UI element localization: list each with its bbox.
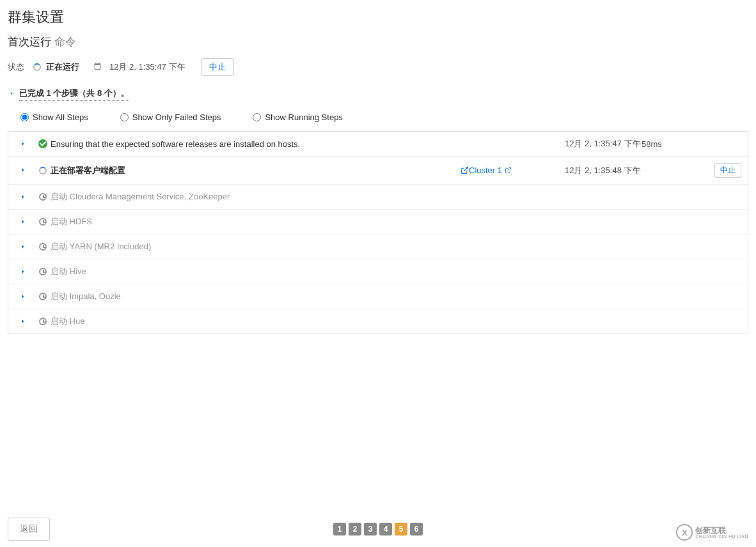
chevron-down-icon[interactable] — [8, 89, 15, 99]
footer: 返回 1 2 3 4 5 6 X 创新互联 CHUANG XIN HU LIAN — [8, 518, 748, 541]
step-row: 正在部署客户端配置 Cluster 1 12月 2, 1:35:48 下午 中止 — [8, 156, 748, 184]
filter-failed[interactable]: Show Only Failed Steps — [120, 112, 221, 122]
step-timestamp: 12月 2, 1:35:47 下午 — [565, 138, 642, 150]
filter-all-radio[interactable] — [20, 113, 29, 121]
clock-icon — [35, 243, 51, 250]
svg-line-0 — [464, 167, 468, 171]
step-desc: 启动 HDFS — [51, 216, 392, 227]
clock-icon — [35, 193, 51, 201]
page-3[interactable]: 3 — [364, 523, 377, 535]
chevron-right-icon[interactable] — [20, 317, 35, 327]
abort-button[interactable]: 中止 — [201, 58, 234, 76]
brand-logo: X 创新互联 CHUANG XIN HU LIAN — [676, 524, 748, 541]
spinner-icon — [33, 63, 41, 71]
clock-icon — [35, 293, 51, 300]
step-abort-button[interactable]: 中止 — [714, 163, 741, 178]
status-line: 状态 正在运行 12月 2, 1:35:47 下午 中止 — [8, 58, 748, 76]
page-1[interactable]: 1 — [333, 523, 346, 535]
cluster-link[interactable]: Cluster 1 — [469, 166, 512, 175]
filter-running-radio[interactable] — [253, 113, 261, 121]
check-icon — [35, 139, 51, 148]
chevron-right-icon[interactable] — [20, 166, 35, 175]
chevron-right-icon[interactable] — [20, 292, 35, 302]
filter-all[interactable]: Show All Steps — [20, 112, 88, 122]
clock-icon — [35, 318, 51, 325]
summary-text: 已完成 1 个步骤（共 8 个）。 — [19, 88, 129, 101]
svg-line-1 — [508, 167, 511, 171]
step-desc: Ensuring that the expected software rele… — [51, 139, 392, 149]
page-title: 群集设置 — [8, 8, 748, 27]
filter-failed-label: Show Only Failed Steps — [132, 112, 221, 122]
filter-all-label: Show All Steps — [33, 112, 88, 122]
status-label: 状态 — [8, 61, 24, 73]
step-row: 启动 HDFS — [8, 209, 748, 234]
page-2[interactable]: 2 — [349, 523, 361, 535]
chevron-right-icon[interactable] — [20, 267, 35, 277]
step-desc: 启动 YARN (MR2 Included) — [51, 241, 392, 252]
steps-list: Ensuring that the expected software rele… — [8, 131, 748, 334]
chevron-right-icon[interactable] — [20, 217, 35, 227]
step-row: Ensuring that the expected software rele… — [8, 132, 748, 156]
filter-running[interactable]: Show Running Steps — [253, 112, 342, 122]
external-link-icon[interactable] — [461, 166, 469, 174]
cluster-link-text: Cluster 1 — [469, 166, 502, 175]
brand-logo-icon: X — [676, 524, 693, 541]
brand-logo-text: 创新互联 — [695, 527, 748, 534]
step-desc: 启动 Cloudera Management Service, ZooKeepe… — [51, 191, 392, 203]
spinner-icon — [35, 167, 51, 174]
step-row: 启动 Hive — [8, 259, 748, 284]
page-6[interactable]: 6 — [410, 523, 423, 535]
clock-icon — [35, 218, 51, 226]
subtitle: 首次运行 命令 — [8, 35, 748, 49]
subtitle-main: 首次运行 — [8, 36, 51, 48]
chevron-right-icon[interactable] — [20, 192, 35, 202]
step-row: 启动 Impala, Oozie — [8, 284, 748, 309]
chevron-right-icon[interactable] — [20, 139, 35, 149]
filter-failed-radio[interactable] — [120, 113, 129, 121]
filter-running-label: Show Running Steps — [265, 112, 342, 122]
step-desc: 正在部署客户端配置 — [51, 165, 392, 176]
calendar-icon — [93, 62, 102, 72]
pager: 1 2 3 4 5 6 — [333, 523, 423, 535]
step-row: 启动 YARN (MR2 Included) — [8, 234, 748, 259]
back-button[interactable]: 返回 — [8, 518, 50, 541]
page-5[interactable]: 5 — [395, 523, 407, 535]
subtitle-suffix: 命令 — [54, 36, 76, 48]
clock-icon — [35, 268, 51, 275]
step-desc: 启动 Hive — [51, 266, 392, 277]
step-desc: 启动 Impala, Oozie — [51, 291, 392, 302]
filter-row: Show All Steps Show Only Failed Steps Sh… — [8, 112, 748, 131]
step-row: 启动 Hue — [8, 309, 748, 334]
step-timestamp: 12月 2, 1:35:48 下午 — [565, 165, 642, 176]
status-timestamp: 12月 2, 1:35:47 下午 — [109, 61, 185, 73]
chevron-right-icon[interactable] — [20, 242, 35, 252]
step-duration: 58ms — [642, 139, 705, 149]
steps-summary[interactable]: 已完成 1 个步骤（共 8 个）。 — [8, 88, 748, 101]
step-desc: 启动 Hue — [51, 316, 392, 327]
step-row: 启动 Cloudera Management Service, ZooKeepe… — [8, 184, 748, 209]
brand-logo-subtext: CHUANG XIN HU LIAN — [695, 534, 748, 539]
page-4[interactable]: 4 — [379, 523, 392, 535]
status-text: 正在运行 — [46, 61, 79, 73]
